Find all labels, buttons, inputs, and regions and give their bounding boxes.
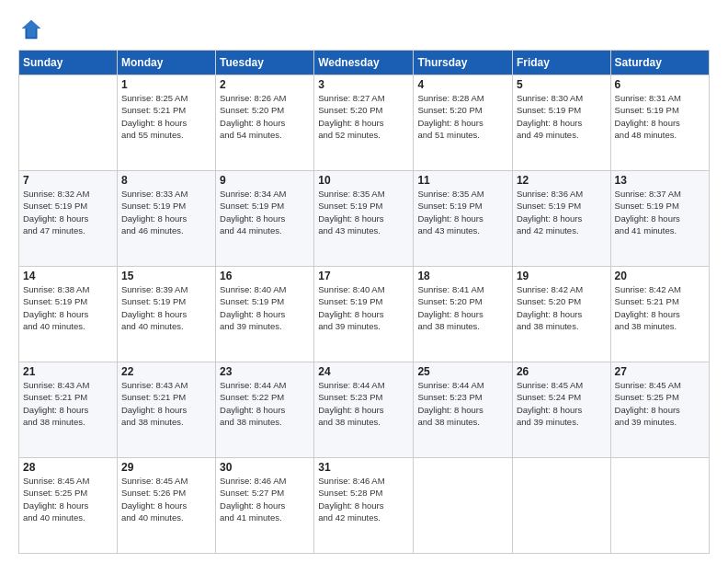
calendar-cell: 31Sunrise: 8:46 AM Sunset: 5:28 PM Dayli… [314, 458, 414, 554]
calendar-cell [512, 458, 610, 554]
day-info: Sunrise: 8:38 AM Sunset: 5:19 PM Dayligh… [23, 283, 113, 332]
day-number: 2 [220, 78, 310, 91]
day-info: Sunrise: 8:35 AM Sunset: 5:19 PM Dayligh… [318, 188, 409, 236]
day-number: 19 [517, 270, 607, 282]
day-number: 13 [615, 174, 705, 187]
calendar-cell: 8Sunrise: 8:33 AM Sunset: 5:19 PM Daylig… [117, 171, 215, 267]
page: SundayMondayTuesdayWednesdayThursdayFrid… [0, 0, 728, 563]
calendar-cell: 29Sunrise: 8:45 AM Sunset: 5:26 PM Dayli… [117, 458, 215, 554]
calendar-cell: 12Sunrise: 8:36 AM Sunset: 5:19 PM Dayli… [512, 171, 610, 267]
day-number: 21 [23, 365, 113, 378]
logo [18, 17, 46, 42]
day-number: 17 [318, 270, 409, 282]
weekday-header: Tuesday [216, 51, 314, 75]
calendar-cell: 1Sunrise: 8:25 AM Sunset: 5:21 PM Daylig… [117, 75, 215, 171]
day-number: 27 [615, 365, 705, 378]
day-info: Sunrise: 8:45 AM Sunset: 5:25 PM Dayligh… [23, 475, 113, 523]
calendar-header-row: SundayMondayTuesdayWednesdayThursdayFrid… [19, 51, 710, 75]
day-number: 31 [318, 461, 409, 474]
day-number: 15 [121, 270, 211, 282]
weekday-header: Saturday [610, 51, 709, 75]
calendar-cell: 18Sunrise: 8:41 AM Sunset: 5:20 PM Dayli… [414, 267, 513, 362]
calendar-cell: 11Sunrise: 8:35 AM Sunset: 5:19 PM Dayli… [414, 171, 513, 267]
calendar-week-row: 28Sunrise: 8:45 AM Sunset: 5:25 PM Dayli… [19, 458, 710, 554]
day-info: Sunrise: 8:34 AM Sunset: 5:19 PM Dayligh… [220, 188, 310, 236]
day-info: Sunrise: 8:43 AM Sunset: 5:21 PM Dayligh… [121, 379, 211, 428]
day-number: 20 [615, 270, 705, 282]
weekday-header: Monday [117, 51, 215, 75]
day-number: 18 [417, 270, 508, 282]
calendar-cell: 14Sunrise: 8:38 AM Sunset: 5:19 PM Dayli… [19, 267, 118, 362]
calendar-cell: 17Sunrise: 8:40 AM Sunset: 5:19 PM Dayli… [314, 267, 414, 362]
day-number: 30 [220, 461, 310, 474]
calendar-cell: 5Sunrise: 8:30 AM Sunset: 5:19 PM Daylig… [512, 75, 610, 171]
day-number: 5 [517, 78, 607, 91]
day-info: Sunrise: 8:39 AM Sunset: 5:19 PM Dayligh… [121, 283, 211, 332]
day-info: Sunrise: 8:37 AM Sunset: 5:19 PM Dayligh… [615, 188, 705, 236]
calendar-cell: 22Sunrise: 8:43 AM Sunset: 5:21 PM Dayli… [117, 362, 215, 458]
day-info: Sunrise: 8:42 AM Sunset: 5:20 PM Dayligh… [517, 283, 607, 332]
calendar-cell: 26Sunrise: 8:45 AM Sunset: 5:24 PM Dayli… [512, 362, 610, 458]
calendar-cell: 28Sunrise: 8:45 AM Sunset: 5:25 PM Dayli… [19, 458, 118, 554]
calendar-cell: 16Sunrise: 8:40 AM Sunset: 5:19 PM Dayli… [216, 267, 314, 362]
day-number: 14 [23, 270, 113, 282]
day-info: Sunrise: 8:45 AM Sunset: 5:25 PM Dayligh… [615, 379, 705, 428]
day-number: 28 [23, 461, 113, 474]
day-number: 23 [220, 365, 310, 378]
day-number: 8 [121, 174, 211, 187]
calendar-cell: 2Sunrise: 8:26 AM Sunset: 5:20 PM Daylig… [216, 75, 314, 171]
day-number: 29 [121, 461, 211, 474]
calendar-cell: 25Sunrise: 8:44 AM Sunset: 5:23 PM Dayli… [414, 362, 513, 458]
calendar-cell: 4Sunrise: 8:28 AM Sunset: 5:20 PM Daylig… [414, 75, 513, 171]
day-info: Sunrise: 8:44 AM Sunset: 5:22 PM Dayligh… [220, 379, 310, 428]
day-info: Sunrise: 8:43 AM Sunset: 5:21 PM Dayligh… [23, 379, 113, 428]
day-info: Sunrise: 8:41 AM Sunset: 5:20 PM Dayligh… [417, 283, 508, 332]
calendar-week-row: 7Sunrise: 8:32 AM Sunset: 5:19 PM Daylig… [19, 171, 710, 267]
weekday-header: Sunday [19, 51, 118, 75]
calendar-table: SundayMondayTuesdayWednesdayThursdayFrid… [18, 50, 710, 554]
calendar-cell: 23Sunrise: 8:44 AM Sunset: 5:22 PM Dayli… [216, 362, 314, 458]
day-number: 16 [220, 270, 310, 282]
day-info: Sunrise: 8:36 AM Sunset: 5:19 PM Dayligh… [517, 188, 607, 236]
day-info: Sunrise: 8:32 AM Sunset: 5:19 PM Dayligh… [23, 188, 113, 236]
day-info: Sunrise: 8:45 AM Sunset: 5:26 PM Dayligh… [121, 475, 211, 523]
svg-marker-1 [22, 20, 41, 38]
calendar-cell: 15Sunrise: 8:39 AM Sunset: 5:19 PM Dayli… [117, 267, 215, 362]
calendar-week-row: 14Sunrise: 8:38 AM Sunset: 5:19 PM Dayli… [19, 267, 710, 362]
day-number: 9 [220, 174, 310, 187]
logo-icon [18, 17, 44, 42]
day-number: 24 [318, 365, 409, 378]
calendar-cell: 7Sunrise: 8:32 AM Sunset: 5:19 PM Daylig… [19, 171, 118, 267]
day-info: Sunrise: 8:45 AM Sunset: 5:24 PM Dayligh… [517, 379, 607, 428]
header [18, 17, 710, 42]
calendar-week-row: 21Sunrise: 8:43 AM Sunset: 5:21 PM Dayli… [19, 362, 710, 458]
day-number: 6 [615, 78, 705, 91]
day-info: Sunrise: 8:46 AM Sunset: 5:28 PM Dayligh… [318, 475, 409, 523]
day-info: Sunrise: 8:40 AM Sunset: 5:19 PM Dayligh… [220, 283, 310, 332]
day-info: Sunrise: 8:44 AM Sunset: 5:23 PM Dayligh… [318, 379, 409, 428]
calendar-cell: 30Sunrise: 8:46 AM Sunset: 5:27 PM Dayli… [216, 458, 314, 554]
day-info: Sunrise: 8:46 AM Sunset: 5:27 PM Dayligh… [220, 475, 310, 523]
calendar-cell: 24Sunrise: 8:44 AM Sunset: 5:23 PM Dayli… [314, 362, 414, 458]
day-number: 4 [417, 78, 508, 91]
day-number: 1 [121, 78, 211, 91]
weekday-header: Thursday [414, 51, 513, 75]
day-info: Sunrise: 8:26 AM Sunset: 5:20 PM Dayligh… [220, 92, 310, 141]
calendar-cell: 19Sunrise: 8:42 AM Sunset: 5:20 PM Dayli… [512, 267, 610, 362]
day-info: Sunrise: 8:25 AM Sunset: 5:21 PM Dayligh… [121, 92, 211, 141]
day-info: Sunrise: 8:30 AM Sunset: 5:19 PM Dayligh… [517, 92, 607, 141]
calendar-cell: 9Sunrise: 8:34 AM Sunset: 5:19 PM Daylig… [216, 171, 314, 267]
day-info: Sunrise: 8:42 AM Sunset: 5:21 PM Dayligh… [615, 283, 705, 332]
calendar-cell: 21Sunrise: 8:43 AM Sunset: 5:21 PM Dayli… [19, 362, 118, 458]
calendar-cell: 10Sunrise: 8:35 AM Sunset: 5:19 PM Dayli… [314, 171, 414, 267]
calendar-cell [414, 458, 513, 554]
weekday-header: Wednesday [314, 51, 414, 75]
calendar-cell [19, 75, 118, 171]
day-number: 12 [517, 174, 607, 187]
calendar-cell: 20Sunrise: 8:42 AM Sunset: 5:21 PM Dayli… [610, 267, 709, 362]
day-number: 10 [318, 174, 409, 187]
day-info: Sunrise: 8:28 AM Sunset: 5:20 PM Dayligh… [417, 92, 508, 141]
day-info: Sunrise: 8:31 AM Sunset: 5:19 PM Dayligh… [615, 92, 705, 141]
day-number: 22 [121, 365, 211, 378]
day-number: 7 [23, 174, 113, 187]
